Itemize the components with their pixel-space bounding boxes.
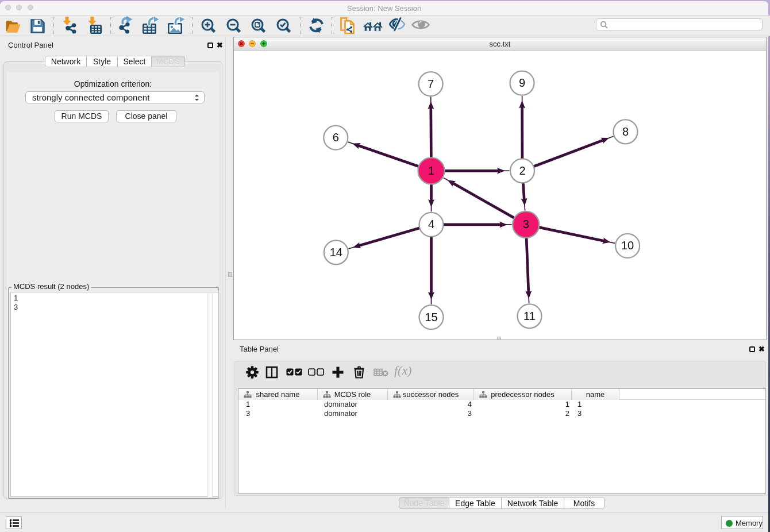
svg-text:8: 8 [622, 125, 629, 138]
svg-text:15: 15 [425, 311, 437, 323]
svg-text:4: 4 [428, 218, 434, 230]
svg-text:14: 14 [330, 246, 342, 259]
svg-text:6: 6 [333, 131, 339, 144]
svg-text:11: 11 [523, 310, 536, 322]
svg-text:9: 9 [519, 76, 525, 89]
svg-text:10: 10 [621, 239, 634, 252]
svg-text:3: 3 [523, 218, 529, 230]
svg-text:2: 2 [519, 164, 525, 177]
svg-text:1: 1 [428, 164, 434, 177]
svg-text:7: 7 [428, 78, 434, 90]
